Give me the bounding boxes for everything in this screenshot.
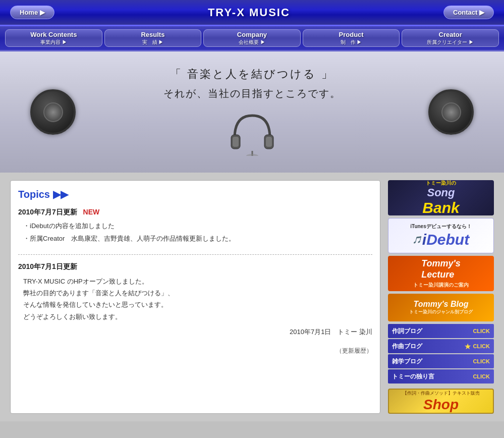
svg-rect-3 (266, 137, 272, 147)
contact-button[interactable]: Contact ▶ (443, 6, 494, 19)
idebut-label: iTunesデビューするなら！ (410, 223, 471, 230)
lecture-title: Tommy'sLecture (421, 258, 461, 280)
nav-item-work-contents[interactable]: Work Contents事業内容 ▶ (5, 29, 102, 47)
nav-main-product: Product (339, 31, 364, 38)
nav-sub-creator: 所属クリエイター ▶ (427, 39, 474, 46)
blog-link-label-1: 作曲ブログ (392, 342, 463, 351)
nav-sub-work-contents: 事業内容 ▶ (40, 39, 67, 46)
nav-main-creator: Creator (439, 31, 462, 38)
topics-body-line: TRY-X MUSIC のHPオープン致しました。 (23, 276, 372, 287)
history-link[interactable]: （更新履歴） (336, 347, 372, 354)
svg-point-5 (246, 154, 258, 156)
shop-banner[interactable]: 【作詞・作曲メソッド】テキスト販売 Shop (388, 389, 494, 414)
topics-item-2: ・所属Creator 水島康宏、吉野貴雄、人萌子の作品情報更新しました。 (23, 234, 372, 244)
svg-rect-1 (233, 137, 239, 147)
headphones-icon (163, 111, 341, 158)
blog-click-1: CLICK (473, 343, 490, 349)
blog-click-0: CLICK (473, 328, 490, 334)
topics-body: TRY-X MUSIC のHPオープン致しました。弊社の目的であります「音楽と人… (23, 276, 372, 323)
blog-click-3: CLICK (473, 373, 490, 379)
header: Home ▶ TRY-X MUSIC Contact ▶ (0, 0, 504, 26)
blog-link-row-2[interactable]: 雑学ブログCLICK (388, 354, 494, 368)
blog-link-row-1[interactable]: 作曲ブログ★CLICK (388, 339, 494, 353)
topics-signature: 2010年7月1日 トミー 染川 (18, 327, 372, 337)
hero-text: 「 音楽と人を結びつける 」 それが、当社の目指すところです。 (163, 67, 341, 158)
speaker-right-icon (428, 89, 474, 135)
nav-main-company: Company (237, 31, 267, 38)
shop-logo: Shop (423, 397, 459, 413)
new-badge: NEW (83, 208, 100, 216)
lecture-sub: トミー染川講演のご案内 (413, 282, 469, 289)
nav-main-work-contents: Work Contents (30, 31, 77, 38)
content-area: Topics ▶▶ 2010年7月7日更新 NEW ・iDebutの内容を追加し… (0, 173, 504, 421)
hero-line1: 「 音楽と人を結びつける 」 (163, 67, 341, 82)
topics-section-2: 2010年7月1日更新 TRY-X MUSIC のHPオープン致しました。弊社の… (18, 262, 372, 337)
right-sidebar: トミー染川の Song Bank iTunesデビューするなら！ 🎵 iDebu… (388, 180, 494, 414)
nav-main-results: Results (141, 31, 164, 38)
home-button[interactable]: Home ▶ (10, 6, 54, 19)
topics-section-1: 2010年7月7日更新 NEW ・iDebutの内容を追加しました ・所属Cre… (18, 208, 372, 244)
blog-click-2: CLICK (473, 358, 490, 364)
blog-link-label-3: トミーの独り言 (392, 372, 473, 381)
nav-item-results[interactable]: Results実 績 ▶ (104, 29, 202, 47)
nav-item-product[interactable]: Product制 作 ▶ (303, 29, 400, 47)
songbank-banner[interactable]: トミー染川の Song Bank (388, 180, 494, 215)
idebut-logo: 🎵 iDebut (413, 231, 469, 248)
songbank-logo: Song Bank (422, 187, 459, 215)
blog-links: 作詞ブログCLICK作曲ブログ★CLICK雑学ブログCLICKトミーの独り言CL… (388, 324, 494, 384)
topics-date-1: 2010年7月7日更新 NEW (18, 208, 372, 217)
topics-body-line: そんな情報を発信していきたいと思っています。 (23, 299, 372, 310)
topics-divider (18, 254, 372, 255)
topics-date-2: 2010年7月1日更新 (18, 262, 372, 271)
star-icon: ★ (464, 342, 471, 351)
shop-label: 【作詞・作曲メソッド】テキスト販売 (403, 390, 480, 397)
nav-item-company[interactable]: Company会社概要 ▶ (203, 29, 301, 47)
topics-history[interactable]: （更新履歴） (18, 347, 372, 355)
blog-sub: トミー染川のジャンル別ブログ (409, 309, 473, 315)
songbank-prefix: トミー染川の (422, 180, 459, 187)
topics-title: Topics ▶▶ (18, 188, 372, 200)
topics-body-line: 弊社の目的であります「音楽と人を結びつける」、 (23, 287, 372, 299)
site-title: TRY-X MUSIC (208, 6, 290, 19)
nav-item-creator[interactable]: Creator所属クリエイター ▶ (402, 29, 499, 47)
idebut-banner[interactable]: iTunesデビューするなら！ 🎵 iDebut (388, 218, 494, 253)
nav-sub-results: 実 績 ▶ (142, 39, 164, 46)
nav-bar: Work Contents事業内容 ▶Results実 績 ▶Company会社… (0, 26, 504, 51)
hero-section: 「 音楽と人を結びつける 」 それが、当社の目指すところです。 (0, 51, 504, 173)
blog-link-label-2: 雑学ブログ (392, 357, 473, 366)
topics-panel: Topics ▶▶ 2010年7月7日更新 NEW ・iDebutの内容を追加し… (10, 180, 380, 414)
topics-item-1: ・iDebutの内容を追加しました (23, 221, 372, 232)
nav-sub-company: 会社概要 ▶ (239, 39, 265, 46)
blog-title: Tommy's Blog (414, 300, 469, 309)
blog-link-row-0[interactable]: 作詞ブログCLICK (388, 324, 494, 338)
nav-sub-product: 制 作 ▶ (341, 39, 362, 46)
blog-link-row-3[interactable]: トミーの独り言CLICK (388, 369, 494, 384)
blog-link-label-0: 作詞ブログ (392, 327, 473, 336)
speaker-left-icon (30, 89, 76, 135)
blog-banner[interactable]: Tommy's Blog トミー染川のジャンル別ブログ (388, 294, 494, 321)
topics-body-line: どうぞよろしくお願い致します。 (23, 311, 372, 322)
hero-line2: それが、当社の目指すところです。 (163, 87, 341, 100)
lecture-banner[interactable]: Tommy'sLecture トミー染川講演のご案内 (388, 256, 494, 291)
